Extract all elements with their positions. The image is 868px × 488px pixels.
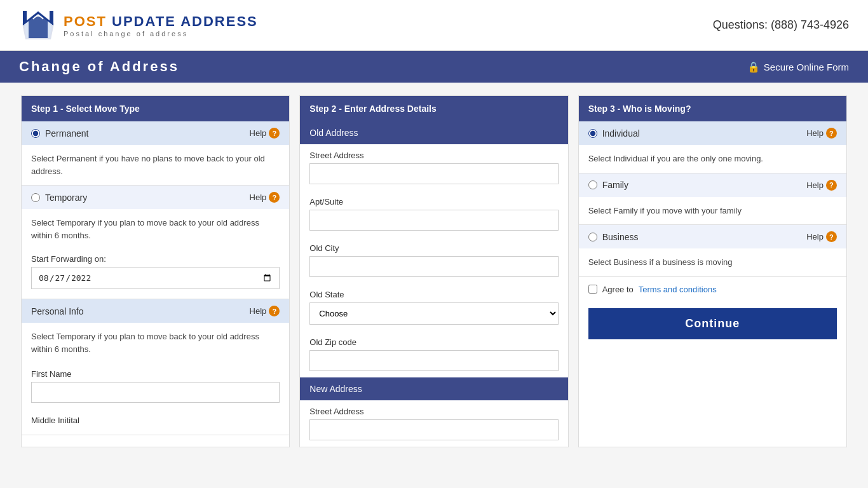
step3-header: Step 3 - Who is Moving? [579,96,846,121]
old-city-group: Old City [300,237,567,283]
banner-title: Change of Address [19,58,179,75]
personal-info-help[interactable]: Help ? [250,306,280,316]
old-street-input[interactable] [309,163,558,184]
business-help-label: Help [806,232,824,241]
secure-label: Secure Online Form [764,62,849,72]
lock-icon: 🔒 [747,61,760,73]
logo-subtitle: Postal change of address [64,30,258,37]
step1-header: Step 1 - Select Move Type [22,96,289,121]
step3-column: Step 3 - Who is Moving? Individual Help … [578,95,847,447]
phone-label: Questions: [713,18,768,31]
family-label[interactable]: Family [588,180,628,190]
street-address-group: Street Address [300,144,567,191]
personal-info-help-icon[interactable]: ? [269,306,280,316]
individual-text: Individual [602,128,640,139]
terms-checkbox[interactable] [588,285,597,294]
page-banner: Change of Address 🔒 Secure Online Form [0,51,868,83]
individual-label[interactable]: Individual [588,128,640,139]
new-address-header: New Address [300,377,567,400]
old-address-section: Old Address Street Address Apt/Suite Old… [300,121,567,377]
apt-suite-label: Apt/Suite [309,197,558,207]
old-zip-group: Old Zip code [300,331,567,377]
family-help[interactable]: Help ? [806,180,837,191]
old-zip-input[interactable] [309,350,558,371]
old-city-label: Old City [309,243,558,253]
permanent-section: Permanent Help ? Select Permanent if you… [22,121,289,186]
first-name-label: First Name [31,369,280,379]
continue-wrap: Continue [579,302,846,352]
individual-desc: Select Individual if you are the only on… [579,145,846,173]
temporary-help-icon[interactable]: ? [269,192,280,203]
middle-initial-label: Middle Initital [31,416,280,425]
personal-info-section: Personal Info Help ? Select Temporary if… [22,299,289,435]
page-header: Post Update Address Postal change of add… [0,0,868,51]
business-desc: Select Business if a business is moving [579,248,846,276]
phone-display: Questions: (888) 743-4926 [713,18,849,32]
first-name-group: First Name [22,363,289,409]
permanent-radio[interactable] [31,129,40,138]
business-row[interactable]: Business Help ? [579,225,846,248]
terms-row: Agree to Terms and conditions [579,277,846,302]
temporary-help-label: Help [250,193,267,202]
old-address-header: Old Address [300,121,567,144]
start-forwarding-input[interactable] [31,267,280,289]
personal-info-desc: Select Temporary if you plan to move bac… [22,323,289,363]
family-section: Family Help ? Select Family if you move … [579,173,846,226]
business-section: Business Help ? Select Business if a bus… [579,225,846,277]
temporary-radio[interactable] [31,193,40,202]
terms-label: Agree to [602,285,634,294]
temporary-row[interactable]: Temporary Help ? [22,186,289,209]
permanent-help-label: Help [250,128,267,138]
business-help-icon[interactable]: ? [826,231,837,242]
personal-info-row[interactable]: Personal Info Help ? [22,299,289,323]
apt-suite-input[interactable] [309,210,558,231]
logo-title: Post Update Address [64,13,258,30]
individual-help[interactable]: Help ? [806,128,837,139]
permanent-row[interactable]: Permanent Help ? [22,121,289,145]
business-radio[interactable] [588,233,597,241]
family-radio[interactable] [588,180,597,189]
business-label[interactable]: Business [588,232,639,242]
logo-icon [19,8,57,43]
terms-link[interactable]: Terms and conditions [639,285,717,294]
old-city-input[interactable] [309,256,558,277]
old-state-select[interactable]: Choose ALAKAZAR CACOCTDE FLGAHIID ILINIA… [309,302,558,325]
new-street-label: Street Address [309,407,558,416]
permanent-help-icon[interactable]: ? [269,128,280,139]
continue-button[interactable]: Continue [588,308,837,339]
middle-initial-group: Middle Initital [22,409,289,435]
old-zip-label: Old Zip code [309,337,558,347]
logo-text: Post Update Address Postal change of add… [64,13,258,37]
new-street-input[interactable] [309,419,558,440]
secure-badge: 🔒 Secure Online Form [747,61,849,73]
individual-row[interactable]: Individual Help ? [579,121,846,145]
temporary-label[interactable]: Temporary [31,193,87,203]
family-help-label: Help [806,180,824,190]
date-area: Start Forwarding on: [22,249,289,299]
business-text: Business [602,232,639,242]
family-help-icon[interactable]: ? [826,180,837,191]
apt-suite-group: Apt/Suite [300,191,567,237]
temporary-help[interactable]: Help ? [250,192,280,203]
step2-column: Step 2 - Enter Address Details Old Addre… [299,95,568,447]
logo-area: Post Update Address Postal change of add… [19,8,258,43]
street-address-label: Street Address [309,151,558,160]
individual-help-icon[interactable]: ? [826,128,837,139]
individual-radio[interactable] [588,129,597,138]
personal-info-label: Personal Info [31,306,84,316]
temporary-section: Temporary Help ? Select Temporary if you… [22,186,289,299]
permanent-label[interactable]: Permanent [31,128,88,139]
new-street-group: Street Address [300,400,567,447]
first-name-input[interactable] [31,382,280,403]
temporary-desc: Select Temporary if you plan to move bac… [22,209,289,249]
date-label: Start Forwarding on: [31,254,280,264]
business-help[interactable]: Help ? [806,231,837,242]
permanent-text: Permanent [45,128,88,139]
old-state-group: Old State Choose ALAKAZAR CACOCTDE FLGAH… [300,283,567,331]
old-state-label: Old State [309,290,558,299]
permanent-help[interactable]: Help ? [250,128,280,139]
main-content: Step 1 - Select Move Type Permanent Help… [8,83,860,460]
permanent-desc: Select Permanent if you have no plans to… [22,145,289,185]
family-row[interactable]: Family Help ? [579,173,846,197]
individual-help-label: Help [806,128,824,138]
